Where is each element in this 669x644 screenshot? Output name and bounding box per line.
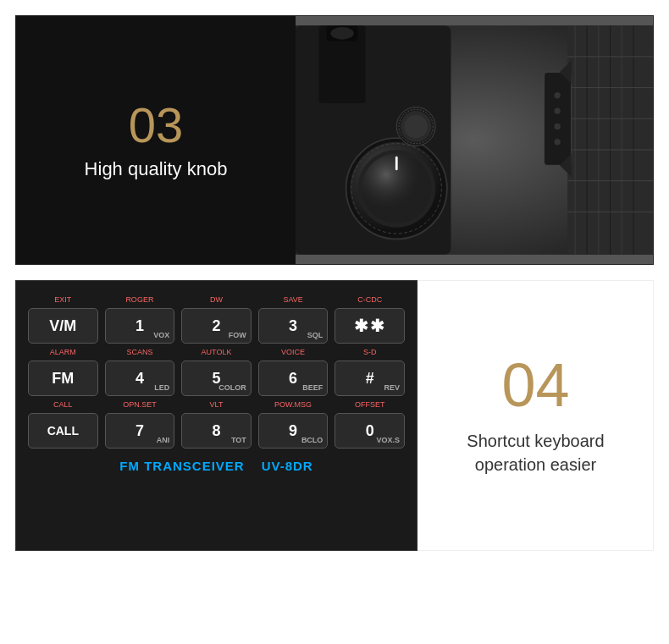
svg-point-25 bbox=[554, 139, 560, 145]
bottom-section: EXIT V/M ROGER 1 VOX DW bbox=[15, 280, 654, 551]
key-row-1: EXIT V/M ROGER 1 VOX DW bbox=[28, 296, 405, 344]
key-3[interactable]: 3 SQL bbox=[258, 308, 329, 344]
key-label-vlt: VLT bbox=[210, 401, 224, 411]
top-right-image bbox=[296, 16, 653, 264]
key-4[interactable]: 4 LED bbox=[105, 361, 175, 396]
key-vm[interactable]: V/M bbox=[28, 308, 98, 344]
key-group-1: ROGER 1 VOX bbox=[105, 296, 175, 344]
section-title-keyboard: Shortcut keyboard operation easier bbox=[435, 429, 636, 476]
transceiver-name: FM TRANSCEIVER bbox=[119, 459, 244, 473]
section-number-04: 04 bbox=[501, 355, 569, 416]
key-call[interactable]: CALL bbox=[28, 413, 98, 449]
section-title-knob: High quality knob bbox=[85, 158, 228, 180]
key-group-hash: S-D # REV bbox=[334, 349, 405, 396]
key-label-voice: VOICE bbox=[281, 349, 305, 359]
key-hash[interactable]: # REV bbox=[334, 361, 405, 396]
key-6[interactable]: 6 BEEF bbox=[258, 361, 329, 396]
key-group-3: SAVE 3 SQL bbox=[258, 296, 329, 344]
transceiver-model: UV-8DR bbox=[262, 459, 313, 473]
key-group-8: VLT 8 TOT bbox=[181, 401, 252, 449]
key-label-sd: S-D bbox=[363, 349, 377, 359]
key-group-7: OPN.SET 7 ANI bbox=[105, 401, 175, 449]
key-label-opnset: OPN.SET bbox=[123, 401, 157, 411]
svg-point-22 bbox=[554, 92, 560, 98]
top-section: 03 High quality knob bbox=[15, 15, 654, 265]
key-label-alarm: ALARM bbox=[50, 349, 76, 359]
svg-point-5 bbox=[330, 27, 354, 40]
knob-photo bbox=[296, 16, 653, 264]
key-row-3: CALL CALL OPN.SET 7 ANI VLT bbox=[28, 401, 405, 449]
key-group-9: POW.MSG 9 BCLO bbox=[258, 401, 329, 449]
keyboard-panel: EXIT V/M ROGER 1 VOX DW bbox=[15, 280, 417, 551]
key-label-exit: EXIT bbox=[54, 296, 71, 306]
section-number-03: 03 bbox=[129, 101, 184, 150]
key-group-fm: ALARM FM bbox=[28, 349, 98, 396]
main-container: 03 High quality knob bbox=[0, 0, 669, 644]
key-group-0: OFFSET 0 VOX.S bbox=[334, 401, 405, 449]
key-group-vm: EXIT V/M bbox=[28, 296, 98, 344]
bottom-right-panel: 04 Shortcut keyboard operation easier bbox=[417, 280, 654, 551]
svg-point-23 bbox=[554, 107, 560, 113]
key-fm[interactable]: FM bbox=[28, 361, 98, 396]
transceiver-footer: FM TRANSCEIVER UV-8DR bbox=[28, 459, 405, 473]
top-left-panel: 03 High quality knob bbox=[16, 16, 296, 264]
key-label-call: CALL bbox=[53, 401, 73, 411]
key-group-call: CALL CALL bbox=[28, 401, 98, 449]
key-label-dw: DW bbox=[210, 296, 223, 306]
key-group-5: AUTOLK 5 COLOR bbox=[181, 349, 252, 396]
key-group-4: SCANS 4 LED bbox=[105, 349, 175, 396]
key-7[interactable]: 7 ANI bbox=[105, 413, 175, 449]
svg-point-34 bbox=[404, 115, 428, 139]
key-group-2: DW 2 FOW bbox=[181, 296, 252, 344]
key-label-powmsg: POW.MSG bbox=[274, 401, 312, 411]
key-star[interactable]: ✱✱ bbox=[334, 308, 405, 344]
key-label-offset: OFFSET bbox=[355, 401, 385, 411]
key-label-roger: ROGER bbox=[125, 296, 153, 306]
svg-point-24 bbox=[554, 124, 560, 129]
key-label-ccdc: C-CDC bbox=[357, 296, 382, 306]
key-row-2: ALARM FM SCANS 4 LED AUTOLK bbox=[28, 349, 405, 396]
key-group-star: C-CDC ✱✱ bbox=[334, 296, 405, 344]
key-8[interactable]: 8 TOT bbox=[181, 413, 252, 449]
key-label-scans: SCANS bbox=[126, 349, 152, 359]
svg-rect-19 bbox=[545, 72, 572, 165]
key-5[interactable]: 5 COLOR bbox=[181, 361, 252, 396]
key-2[interactable]: 2 FOW bbox=[181, 308, 252, 344]
key-0[interactable]: 0 VOX.S bbox=[334, 413, 405, 449]
key-label-autolk: AUTOLK bbox=[202, 349, 232, 359]
key-group-6: VOICE 6 BEEF bbox=[258, 349, 329, 396]
key-1[interactable]: 1 VOX bbox=[105, 308, 175, 344]
key-label-save: SAVE bbox=[283, 296, 302, 306]
key-9[interactable]: 9 BCLO bbox=[258, 413, 329, 449]
